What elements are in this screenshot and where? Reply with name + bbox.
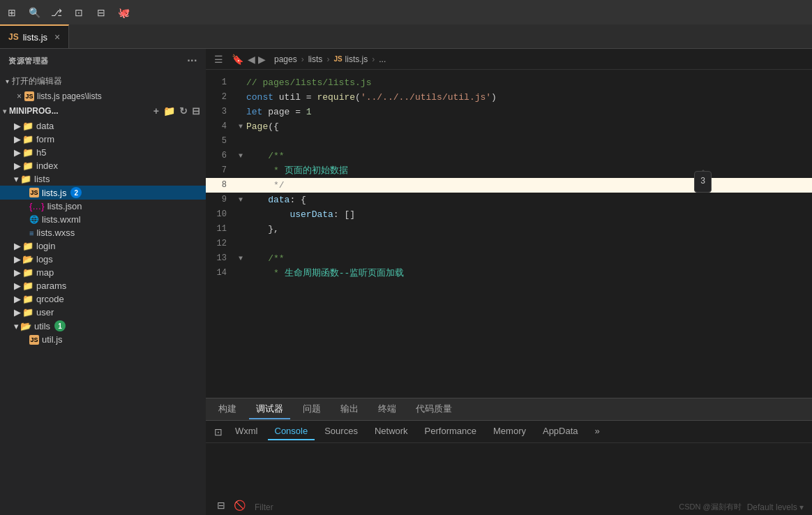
code-line-9: 9 ▼ data: { <box>206 193 812 207</box>
fold-button-4[interactable]: ▼ <box>235 119 246 134</box>
tab-lists-js[interactable]: JS lists.js × <box>0 24 69 48</box>
open-editors-section[interactable]: ▾ 打开的编辑器 <box>0 73 206 90</box>
folder-utils[interactable]: ▾ 📂 utils 1 <box>0 319 206 333</box>
chevron-down-icon: ▾ <box>6 77 9 85</box>
bottom-tab-code-quality[interactable]: 代码质量 <box>409 400 459 419</box>
file-lists-wxml[interactable]: 🌐 lists.wxml <box>0 213 206 226</box>
tab-close-button[interactable]: × <box>54 31 60 43</box>
clear-icon[interactable]: 🚫 <box>232 498 246 512</box>
bottom-panel: 构建 调试器 问题 输出 终端 代码质量 ⊡ Wxml Console Sour… <box>206 398 812 515</box>
breadcrumb-more[interactable]: ... <box>379 54 386 64</box>
project-chevron-icon: ▾ <box>3 107 6 115</box>
sidebar-more-button[interactable]: ··· <box>187 54 197 67</box>
folder-lists[interactable]: ▾ 📁 lists <box>0 172 206 186</box>
folder-form[interactable]: ▶ 📁 form <box>0 133 206 146</box>
editor-area: ☰ 🔖 ◀ ▶ pages › lists › JS lists.js › ..… <box>206 49 812 515</box>
chevron-right-icon: ▶ <box>14 294 21 304</box>
folder-params[interactable]: ▶ 📁 params <box>0 279 206 292</box>
fold-button-9[interactable]: ▼ <box>235 193 246 207</box>
breadcrumb-pages[interactable]: pages <box>274 54 297 64</box>
js-tab-icon: JS <box>8 32 19 42</box>
breadcrumb-nav: ◀ ▶ <box>248 54 266 65</box>
bookmark-icon[interactable]: 🔖 <box>232 54 243 65</box>
code-line-5: 5 <box>206 134 812 149</box>
sub-tab-appdata[interactable]: AppData <box>536 423 585 440</box>
tab-label: lists.js <box>23 32 47 43</box>
wxml-file-icon: 🌐 <box>29 215 39 224</box>
breadcrumb-lists[interactable]: lists <box>308 54 323 64</box>
sub-tab-sources[interactable]: Sources <box>317 423 365 440</box>
back-button[interactable]: ◀ <box>248 54 255 65</box>
code-line-2: 2 const util = require('../../../utils/u… <box>206 90 812 105</box>
tab-bar: JS lists.js × <box>0 24 812 49</box>
chevron-right-icon: ▶ <box>14 307 21 318</box>
top-toolbar: ⊞ 🔍 ⎇ ⊡ ⊟ 🐙 <box>0 0 812 24</box>
close-file-icon[interactable]: × <box>17 91 22 101</box>
fold-button-13[interactable]: ▼ <box>235 251 246 266</box>
sub-tab-console[interactable]: Console <box>268 423 315 440</box>
collapse-all-icon[interactable]: ⊟ <box>192 105 200 117</box>
folder-qrcode[interactable]: ▶ 📁 qrcode <box>0 292 206 306</box>
refresh-icon[interactable]: ↻ <box>179 105 188 117</box>
folder-data[interactable]: ▶ 📁 data <box>0 119 206 133</box>
sub-tab-wxml[interactable]: Wxml <box>228 423 265 440</box>
bottom-tab-debugger[interactable]: 调试器 <box>249 400 290 419</box>
wxss-file-icon: ≡ <box>29 229 33 237</box>
console-filter-area: Filter <box>255 502 273 512</box>
search-icon[interactable]: 🔍 <box>28 6 40 19</box>
breadcrumb-file[interactable]: JS lists.js <box>333 54 368 64</box>
file-lists-wxss[interactable]: ≡ lists.wxss <box>0 226 206 239</box>
forward-button[interactable]: ▶ <box>258 54 266 65</box>
js-file-icon: JS <box>29 188 39 197</box>
debug-icon[interactable]: ⊟ <box>95 6 107 19</box>
folder-index[interactable]: ▶ 📁 index <box>0 159 206 172</box>
folder-icon: 📁 <box>22 307 33 318</box>
sidebar: 资源管理器 ··· ▾ 打开的编辑器 × JS lists.js pages\l… <box>0 49 206 515</box>
new-folder-icon[interactable]: 📁 <box>163 105 175 117</box>
bottom-tab-terminal[interactable]: 终端 <box>371 400 403 419</box>
git-icon[interactable]: 🐙 <box>117 6 130 19</box>
bottom-toolbar-left: ⊟ 🚫 <box>214 498 246 512</box>
badge-2: 2 <box>70 187 82 198</box>
bottom-tab-problems[interactable]: 问题 <box>296 400 328 419</box>
main-area: 资源管理器 ··· ▾ 打开的编辑器 × JS lists.js pages\l… <box>0 49 812 515</box>
project-actions: + 📁 ↻ ⊟ <box>153 105 200 117</box>
cursor-icon[interactable]: ⊡ <box>211 425 225 439</box>
extensions-icon[interactable]: ⊡ <box>73 6 85 19</box>
sub-tab-more[interactable]: » <box>588 423 607 440</box>
bottom-tab-output[interactable]: 输出 <box>333 400 366 419</box>
files-icon[interactable]: ⊞ <box>6 6 18 19</box>
fold-button-6[interactable]: ▼ <box>235 149 246 163</box>
badge-1: 1 <box>54 320 66 331</box>
folder-icon: 📁 <box>22 147 33 158</box>
filter-icon[interactable]: ⊟ <box>214 498 228 512</box>
open-file-item[interactable]: × JS lists.js pages\lists <box>0 90 206 103</box>
file-lists-js[interactable]: JS lists.js 2 <box>0 186 206 200</box>
folder-icon: 📁 <box>22 241 33 251</box>
sub-tab-performance[interactable]: Performance <box>418 423 483 440</box>
folder-icon: 📁 <box>22 281 33 291</box>
new-file-icon[interactable]: + <box>153 105 159 117</box>
json-file-icon: {…} <box>29 201 45 211</box>
sub-tab-network[interactable]: Network <box>368 423 415 440</box>
folder-h5[interactable]: ▶ 📁 h5 <box>0 146 206 159</box>
file-lists-json[interactable]: {…} lists.json <box>0 200 206 213</box>
folder-map[interactable]: ▶ 📁 map <box>0 266 206 279</box>
bottom-tab-build[interactable]: 构建 <box>211 400 243 419</box>
sub-tab-memory[interactable]: Memory <box>486 423 533 440</box>
file-util-js[interactable]: JS util.js <box>0 333 206 346</box>
js-file-icon: JS <box>24 91 34 101</box>
bottom-sub-tab-row: ⊡ Wxml Console Sources Network Performan… <box>206 421 812 443</box>
js-file-icon: JS <box>29 335 39 345</box>
sidebar-title: 资源管理器 ··· <box>0 49 206 73</box>
folder-login[interactable]: ▶ 📁 login <box>0 239 206 253</box>
default-levels[interactable]: Default levels ▾ <box>747 502 804 512</box>
code-editor[interactable]: 1 // pages/lists/lists.js 2 const util =… <box>206 70 812 398</box>
chevron-right-icon: ▶ <box>14 121 21 131</box>
folder-user[interactable]: ▶ 📁 user <box>0 306 206 319</box>
bottom-right-area: CSDN @漏刻有时 Default levels ▾ <box>679 502 804 512</box>
hamburger-icon[interactable]: ☰ <box>214 54 223 65</box>
folder-logs[interactable]: ▶ 📂 logs <box>0 253 206 266</box>
source-control-icon[interactable]: ⎇ <box>50 6 63 19</box>
chevron-down-icon: ▾ <box>14 174 19 184</box>
